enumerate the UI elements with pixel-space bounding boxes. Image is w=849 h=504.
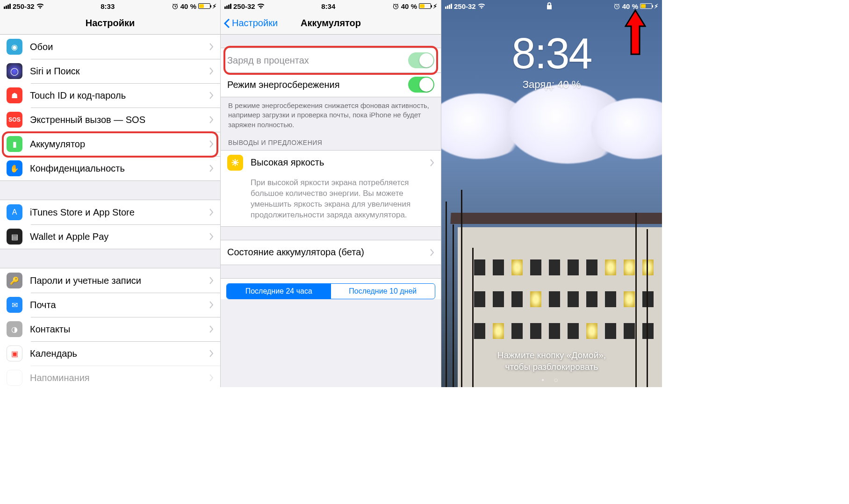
chevron-right-icon [209,233,214,240]
chevron-right-icon [209,350,214,357]
segment-10d[interactable]: Последние 10 дней [331,284,435,299]
segment-24h[interactable]: Последние 24 часа [227,284,331,299]
settings-group-3: 🔑 Пароли и учетные записи ✉︎ Почта ◑ Кон… [0,268,220,387]
row-label: Контакты [30,324,209,335]
battery-icon [640,3,652,9]
settings-row-wallet[interactable]: ▤ Wallet и Apple Pay [0,224,220,249]
usage-section: Последние 24 часа Последние 10 дней [221,278,441,299]
chevron-right-icon [209,92,214,99]
page-title: Настройки [86,18,135,29]
row-battery-percentage[interactable]: Заряд в процентах [221,48,441,72]
battery-icon [198,3,210,9]
chevron-right-icon [209,325,214,333]
lock-icon [547,2,552,9]
settings-group-1: ◉ Обои ◯ Siri и Поиск ☗ Touch ID и код-п… [0,35,220,181]
signal-icon [445,4,452,9]
row-label: Siri и Поиск [30,66,209,77]
battery-row-icon: ▮ [7,136,22,152]
row-label: Аккумулятор [30,139,209,150]
row-label: Обои [30,42,209,52]
settings-row-appstore[interactable]: A iTunes Store и App Store [0,200,220,224]
chevron-right-icon [209,209,214,216]
wifi-icon [478,3,485,9]
wallpaper-icon: ◉ [7,39,22,55]
settings-row-touchid[interactable]: ☗ Touch ID и код-пароль [0,83,220,108]
settings-row-battery[interactable]: ▮ Аккумулятор [0,132,220,156]
row-battery-health[interactable]: Состояние аккумулятора (бета) [221,240,441,265]
chevron-right-icon [209,116,214,123]
settings-row-calendar[interactable]: ▣ Календарь [0,341,220,366]
signal-icon [224,4,231,9]
back-button[interactable]: Настройки [223,18,278,29]
insight-description: При высокой яркости экрана потребляется … [221,175,441,226]
time-range-segment[interactable]: Последние 24 часа Последние 10 дней [226,283,435,299]
battery-icon [419,3,431,9]
alarm-icon [172,3,179,10]
signal-icon [4,4,11,9]
lock-screen: 250-32 40 % ⚡︎ 8:34 Заряд: 40 % Нажмите … [441,0,662,387]
low-power-description: В режиме энергосбережения снижается фоно… [221,97,441,130]
battery-toggles-group: Заряд в процентах Режим энергосбережения [221,48,441,97]
wallet-icon: ▤ [7,229,22,245]
charging-icon: ⚡︎ [212,3,216,10]
lock-icon-wrap [547,2,552,11]
wifi-icon [257,3,265,9]
row-label: Заряд в процентах [227,55,408,66]
insights-header: ВЫВОДЫ И ПРЕДЛОЖЕНИЯ [221,130,441,150]
status-time: 8:34 [321,2,335,10]
carrier-label: 250-32 [454,2,476,10]
row-label: Состояние аккумулятора (бета) [227,247,430,258]
settings-row-privacy[interactable]: ✋ Конфиденциальность [0,156,220,180]
settings-row-wallpaper[interactable]: ◉ Обои [0,35,220,59]
chevron-right-icon [209,165,214,172]
row-insight-brightness[interactable]: ☀︎ Высокая яркость [221,151,441,175]
chevron-left-icon [223,19,230,28]
chevron-right-icon [209,301,214,309]
row-label: Режим энергосбережения [227,79,408,90]
privacy-icon: ✋ [7,160,22,176]
settings-screen: 250-32 8:33 40 % ⚡︎ Настройки ◉ Обои ◯ S… [0,0,221,387]
contacts-icon: ◑ [7,321,22,337]
row-label: Touch ID и код-пароль [30,90,209,101]
settings-row-passwords[interactable]: 🔑 Пароли и учетные записи [0,268,220,293]
chevron-right-icon [209,277,214,284]
lightbulb-icon: ☀︎ [227,155,243,171]
siri-icon: ◯ [7,63,22,79]
settings-row-reminders[interactable]: ≡ Напоминания [0,366,220,387]
settings-row-contacts[interactable]: ◑ Контакты [0,317,220,341]
toggle-low-power-mode[interactable] [408,77,434,93]
battery-pct: 40 % [180,2,196,10]
toggle-battery-percentage[interactable] [408,52,434,68]
hint-line-1: Нажмите кнопку «Домой», [497,350,606,360]
reminders-icon: ≡ [7,370,22,386]
row-label: Высокая яркость [251,157,430,168]
page-dots: • ○ [441,376,662,384]
alarm-icon [613,3,620,10]
carrier-label: 250-32 [13,2,35,10]
key-icon: 🔑 [7,273,22,288]
carrier-label: 250-32 [233,2,255,10]
insights-group: ☀︎ Высокая яркость При высокой яркости э… [221,150,441,227]
back-label: Настройки [232,18,278,29]
chevron-right-icon [209,140,214,148]
arrow-annotation [625,9,646,56]
wifi-icon [36,3,44,9]
touchid-icon: ☗ [7,87,22,103]
settings-row-siri[interactable]: ◯ Siri и Поиск [0,59,220,83]
battery-screen: 250-32 8:34 40 % ⚡︎ Настройки Аккумулято… [221,0,441,387]
page-title: Аккумулятор [301,18,361,29]
settings-row-sos[interactable]: SOS Экстренный вызов — SOS [0,108,220,132]
status-bar: 250-32 8:33 40 % ⚡︎ [0,0,220,12]
chevron-right-icon [209,67,214,75]
row-label: Конфиденциальность [30,163,209,174]
row-label: Экстренный вызов — SOS [30,115,209,125]
charging-icon: ⚡︎ [433,3,437,10]
chevron-right-icon [209,43,214,50]
alarm-icon [392,3,399,10]
sos-icon: SOS [7,112,22,128]
settings-row-mail[interactable]: ✉︎ Почта [0,293,220,317]
row-label: Календарь [30,348,209,359]
row-label: Напоминания [30,373,209,383]
chevron-right-icon [430,159,434,166]
row-low-power-mode[interactable]: Режим энергосбережения [221,72,441,97]
